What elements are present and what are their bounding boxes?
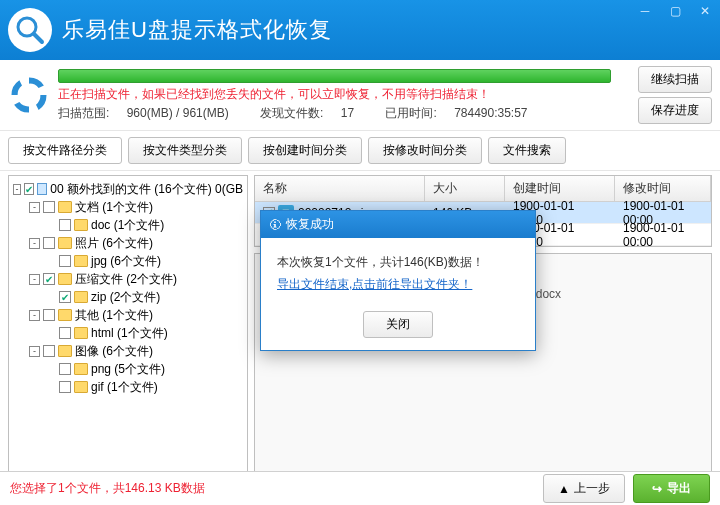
tree-toggle[interactable]: - (29, 346, 40, 357)
folder-icon (74, 255, 88, 267)
tree-checkbox[interactable] (59, 363, 71, 375)
titlebar: 乐易佳U盘提示格式化恢复 ─ ▢ ✕ (0, 0, 720, 60)
tree-node[interactable]: ✔zip (2个文件) (13, 288, 243, 306)
tree-node[interactable]: html (1个文件) (13, 324, 243, 342)
th-ctime[interactable]: 创建时间 (505, 176, 615, 201)
tree-label: 00 额外找到的文件 (16个文件) 0(GB (50, 181, 243, 198)
app-title: 乐易佳U盘提示格式化恢复 (62, 15, 332, 45)
th-mtime[interactable]: 修改时间 (615, 176, 711, 201)
tree-checkbox[interactable] (43, 201, 55, 213)
tree-label: jpg (6个文件) (91, 253, 161, 270)
folder-icon (58, 273, 72, 285)
tree-label: doc (1个文件) (91, 217, 164, 234)
tab-by-type[interactable]: 按文件类型分类 (128, 137, 242, 164)
tab-by-ctime[interactable]: 按创建时间分类 (248, 137, 362, 164)
scan-stats: 扫描范围: 960(MB) / 961(MB) 发现文件数: 17 已用时间: … (58, 105, 628, 122)
scan-info: 正在扫描文件，如果已经找到您丢失的文件，可以立即恢复，不用等待扫描结束！ 扫描范… (58, 69, 628, 122)
tree-label: png (5个文件) (91, 361, 165, 378)
close-button[interactable]: ✕ (690, 0, 720, 22)
folder-icon (74, 219, 88, 231)
dialog-close-button[interactable]: 关闭 (363, 311, 433, 338)
tree-node[interactable]: gif (1个文件) (13, 378, 243, 396)
dialog-titlebar: 🛈 恢复成功 (261, 211, 535, 238)
tree-node[interactable]: jpg (6个文件) (13, 252, 243, 270)
tree-checkbox[interactable]: ✔ (59, 291, 71, 303)
tree-checkbox[interactable] (59, 327, 71, 339)
tree-node[interactable]: -图像 (6个文件) (13, 342, 243, 360)
maximize-button[interactable]: ▢ (660, 0, 690, 22)
th-name[interactable]: 名称 (255, 176, 425, 201)
tab-search[interactable]: 文件搜索 (488, 137, 566, 164)
tree-checkbox[interactable] (43, 237, 55, 249)
export-button[interactable]: ↪导出 (633, 474, 710, 503)
file-mtime: 1900-01-01 00:00 (615, 221, 711, 249)
folder-icon (58, 309, 72, 321)
svg-line-1 (34, 34, 42, 42)
triangle-up-icon: ▲ (558, 482, 570, 496)
scan-message: 正在扫描文件，如果已经找到您丢失的文件，可以立即恢复，不用等待扫描结束！ (58, 86, 628, 103)
tree-label: 压缩文件 (2个文件) (75, 271, 177, 288)
info-icon: 🛈 (269, 218, 281, 232)
folder-icon (74, 363, 88, 375)
tab-by-path[interactable]: 按文件路径分类 (8, 137, 122, 164)
open-export-folder-link[interactable]: 导出文件结束,点击前往导出文件夹！ (277, 274, 519, 296)
selection-summary: 您选择了1个文件，共146.13 KB数据 (10, 480, 205, 497)
footer: 您选择了1个文件，共146.13 KB数据 ▲上一步 ↪导出 (0, 471, 720, 505)
folder-icon (74, 291, 88, 303)
tree-label: 其他 (1个文件) (75, 307, 153, 324)
export-icon: ↪ (652, 482, 662, 496)
tree-checkbox[interactable] (59, 255, 71, 267)
tree-node[interactable]: doc (1个文件) (13, 216, 243, 234)
folder-icon (58, 345, 72, 357)
scan-status-row: 正在扫描文件，如果已经找到您丢失的文件，可以立即恢复，不用等待扫描结束！ 扫描范… (0, 60, 720, 131)
continue-scan-button[interactable]: 继续扫描 (638, 66, 712, 93)
tree-toggle[interactable]: - (29, 238, 40, 249)
tree-checkbox[interactable] (59, 219, 71, 231)
save-progress-button[interactable]: 保存进度 (638, 97, 712, 124)
tree-label: zip (2个文件) (91, 289, 160, 306)
folder-icon (74, 327, 88, 339)
tree-label: html (1个文件) (91, 325, 168, 342)
tree-label: 照片 (6个文件) (75, 235, 153, 252)
footer-buttons: ▲上一步 ↪导出 (543, 474, 710, 503)
folder-icon (58, 237, 72, 249)
drive-icon (37, 183, 47, 195)
tree-toggle[interactable]: - (29, 274, 40, 285)
dialog-footer: 关闭 (261, 305, 535, 350)
tree-node[interactable]: png (5个文件) (13, 360, 243, 378)
progress-bar (58, 69, 611, 83)
scan-buttons: 继续扫描 保存进度 (638, 66, 712, 124)
tree-toggle[interactable]: - (29, 310, 40, 321)
window-controls: ─ ▢ ✕ (630, 0, 720, 22)
tree-checkbox[interactable]: ✔ (24, 183, 34, 195)
tree-toggle[interactable]: - (29, 202, 40, 213)
tree-label: 文档 (1个文件) (75, 199, 153, 216)
dialog-line1: 本次恢复1个文件，共计146(KB)数据！ (277, 252, 519, 274)
file-tree[interactable]: -✔00 额外找到的文件 (16个文件) 0(GB-文档 (1个文件)doc (… (8, 175, 248, 479)
folder-icon (58, 201, 72, 213)
tree-node[interactable]: -✔压缩文件 (2个文件) (13, 270, 243, 288)
classification-tabs: 按文件路径分类 按文件类型分类 按创建时间分类 按修改时间分类 文件搜索 (0, 131, 720, 171)
tree-checkbox[interactable] (59, 381, 71, 393)
tree-checkbox[interactable] (43, 309, 55, 321)
prev-step-button[interactable]: ▲上一步 (543, 474, 625, 503)
tree-checkbox[interactable] (43, 345, 55, 357)
minimize-button[interactable]: ─ (630, 0, 660, 22)
app-logo (8, 8, 52, 52)
th-size[interactable]: 大小 (425, 176, 505, 201)
tab-by-mtime[interactable]: 按修改时间分类 (368, 137, 482, 164)
dialog-body: 本次恢复1个文件，共计146(KB)数据！ 导出文件结束,点击前往导出文件夹！ (261, 238, 535, 305)
tree-checkbox[interactable]: ✔ (43, 273, 55, 285)
tree-label: 图像 (6个文件) (75, 343, 153, 360)
tree-node[interactable]: -文档 (1个文件) (13, 198, 243, 216)
folder-icon (74, 381, 88, 393)
tree-node[interactable]: -其他 (1个文件) (13, 306, 243, 324)
tree-node[interactable]: -✔00 额外找到的文件 (16个文件) 0(GB (13, 180, 243, 198)
tree-label: gif (1个文件) (91, 379, 158, 396)
spinner-icon (8, 74, 50, 116)
tree-toggle[interactable]: - (13, 184, 21, 195)
dialog-title: 恢复成功 (286, 216, 334, 233)
tree-node[interactable]: -照片 (6个文件) (13, 234, 243, 252)
success-dialog: 🛈 恢复成功 本次恢复1个文件，共计146(KB)数据！ 导出文件结束,点击前往… (260, 210, 536, 351)
